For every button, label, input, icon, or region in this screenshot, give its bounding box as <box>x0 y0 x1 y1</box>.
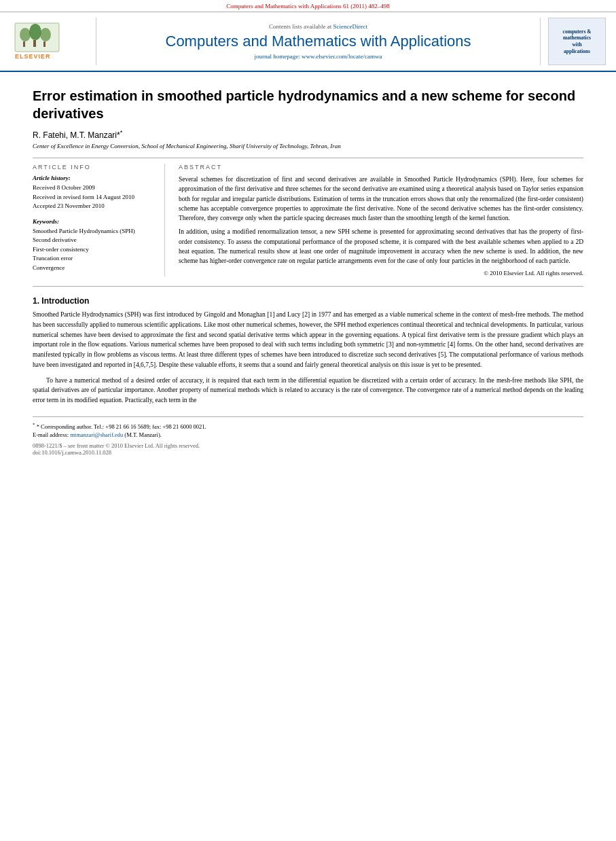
elsevier-logo-area: ELSEVIER <box>8 18 96 65</box>
journal-title-area: Contents lists available at ScienceDirec… <box>96 18 540 65</box>
journal-thumbnail: computers &mathematicswithapplications <box>548 18 606 65</box>
body-divider <box>33 286 583 287</box>
sciencedirect-link[interactable]: ScienceDirect <box>333 23 367 30</box>
journal-reference-text: Computers and Mathematics with Applicati… <box>226 3 389 10</box>
abstract-copyright: © 2010 Elsevier Ltd. All rights reserved… <box>179 270 583 276</box>
abstract-para-2: In addition, using a modified renormaliz… <box>179 227 583 266</box>
authors: R. Fatehi, M.T. Manzari** <box>33 129 583 140</box>
abstract-text: Several schemes for discretization of fi… <box>179 175 583 266</box>
corresponding-text: * Corresponding author. Tel.: +98 21 66 … <box>37 423 206 430</box>
abstract-para-1: Several schemes for discretization of fi… <box>179 175 583 223</box>
journal-homepage: journal homepage: www.elsevier.com/locat… <box>255 53 382 60</box>
homepage-url[interactable]: www.elsevier.com/locate/camwa <box>302 53 382 60</box>
keyword-4: Truncation error <box>33 254 155 264</box>
journal-reference-bar: Computers and Mathematics with Applicati… <box>0 0 616 12</box>
article-info-label: ARTICLE INFO <box>33 164 155 171</box>
intro-para-2: To have a numerical method of a desired … <box>33 376 583 406</box>
keyword-5: Convergence <box>33 264 155 273</box>
keywords-label: Keywords: <box>33 218 155 225</box>
article-title: Error estimation in smoothed particle hy… <box>33 87 583 122</box>
issn-line: 0898-1221/$ – see front matter © 2010 El… <box>33 442 583 449</box>
abstract-column: ABSTRACT Several schemes for discretizat… <box>179 164 583 276</box>
journal-title: Computers and Mathematics with Applicati… <box>166 33 471 50</box>
journal-header: ELSEVIER Contents lists available at Sci… <box>0 12 616 72</box>
main-content: Error estimation in smoothed particle hy… <box>0 72 616 469</box>
section-1-num: 1. <box>33 296 39 306</box>
svg-point-1 <box>20 28 31 41</box>
authors-text: R. Fatehi, M.T. Manzari* <box>33 130 120 140</box>
section-1-heading: 1. Introduction <box>33 296 583 306</box>
affiliation: Center of Excellence in Energy Conversio… <box>33 143 583 149</box>
body-text: Smoothed Particle Hydrodynamics (SPH) wa… <box>33 310 583 405</box>
footnote: * * Corresponding author. Tel.: +98 21 6… <box>33 421 583 440</box>
homepage-label: journal homepage: <box>255 53 300 60</box>
footer-bottom: 0898-1221/$ – see front matter © 2010 El… <box>33 442 583 456</box>
email-person: (M.T. Manzari). <box>124 431 162 438</box>
section-1-title: Introduction <box>41 296 89 306</box>
footnote-star: * <box>33 422 35 427</box>
email-link[interactable]: mtmanzari@sharif.edu <box>70 431 123 438</box>
email-label: E-mail address: <box>33 431 69 438</box>
svg-rect-4 <box>23 41 25 47</box>
abstract-label: ABSTRACT <box>179 164 583 171</box>
history-item-1: Received 8 October 2009 <box>33 183 155 193</box>
journal-thumbnail-area: computers &mathematicswithapplications <box>540 18 608 65</box>
keyword-2: Second derivative <box>33 236 155 245</box>
article-info-column: ARTICLE INFO Article history: Received 8… <box>33 164 165 276</box>
history-item-3: Accepted 23 November 2010 <box>33 202 155 211</box>
svg-text:ELSEVIER: ELSEVIER <box>15 53 51 60</box>
keyword-3: First-order consistency <box>33 245 155 255</box>
svg-point-3 <box>40 28 51 41</box>
article-info-abstract: ARTICLE INFO Article history: Received 8… <box>33 164 583 276</box>
svg-rect-5 <box>33 40 36 47</box>
svg-point-2 <box>29 24 41 40</box>
elsevier-logo-svg: ELSEVIER <box>12 20 86 64</box>
doi-line: doi:10.1016/j.camwa.2010.11.028 <box>33 449 583 456</box>
history-label: Article history: <box>33 175 155 181</box>
svg-rect-6 <box>43 41 46 47</box>
history-item-2: Received in revised form 14 August 2010 <box>33 193 155 202</box>
keyword-1: Smoothed Particle Hydrodynamics (SPH) <box>33 227 155 236</box>
header-divider <box>33 158 583 158</box>
corresponding-star: * <box>120 129 123 136</box>
footer-divider <box>33 416 583 417</box>
footnote-corresponding: * * Corresponding author. Tel.: +98 21 6… <box>33 421 583 431</box>
footnote-email: E-mail address: mtmanzari@sharif.edu (M.… <box>33 431 583 440</box>
body-content: 1. Introduction Smoothed Particle Hydrod… <box>33 296 583 405</box>
thumb-title: computers &mathematicswithapplications <box>563 29 592 55</box>
intro-para-1: Smoothed Particle Hydrodynamics (SPH) wa… <box>33 310 583 370</box>
contents-available-text: Contents lists available at ScienceDirec… <box>269 23 367 30</box>
